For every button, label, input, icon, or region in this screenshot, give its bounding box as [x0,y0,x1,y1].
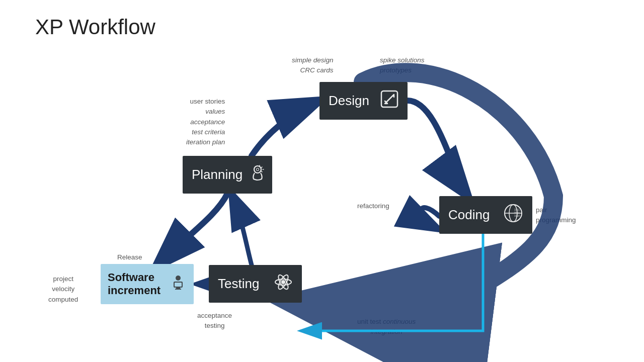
testing-label: Testing [218,276,259,292]
testing-box: Testing [209,265,302,303]
annotation-unit-test: unit test continuousintegration [357,317,416,337]
annotation-release: Release [117,252,142,262]
design-label: Design [329,93,369,109]
svg-rect-19 [175,283,182,287]
coding-box: Coding 1011 0011 1010 [439,196,532,234]
annotation-pair-programming: pairprogramming [536,205,576,226]
design-box: Design [319,82,408,120]
annotation-refactoring: refactoring [357,201,389,211]
coding-icon: 1011 0011 1010 [503,203,523,227]
svg-point-17 [176,276,181,281]
annotation-planning: user storiesvaluesacceptancetest criteri… [186,97,225,147]
planning-icon [249,164,267,186]
svg-point-13 [281,280,285,284]
annotation-design-right: spike solutionsprototypes [380,55,425,76]
annotation-design-left: simple designCRC cards [292,55,334,76]
planning-box: Planning [183,156,272,194]
svg-text:1010: 1010 [514,214,520,217]
increment-label: Softwareincrement [108,271,160,298]
increment-box: Softwareincrement [101,264,194,304]
annotation-acceptance-testing: acceptancetesting [197,311,232,331]
svg-point-6 [257,168,259,170]
planning-label: Planning [192,167,243,183]
testing-icon [274,273,293,296]
design-icon [380,90,398,112]
coding-label: Coding [448,207,490,223]
increment-icon [170,274,187,295]
annotation-velocity: projectvelocitycomputed [48,274,78,305]
page-title: XP Workflow [35,15,155,39]
diagram-svg [0,0,644,362]
